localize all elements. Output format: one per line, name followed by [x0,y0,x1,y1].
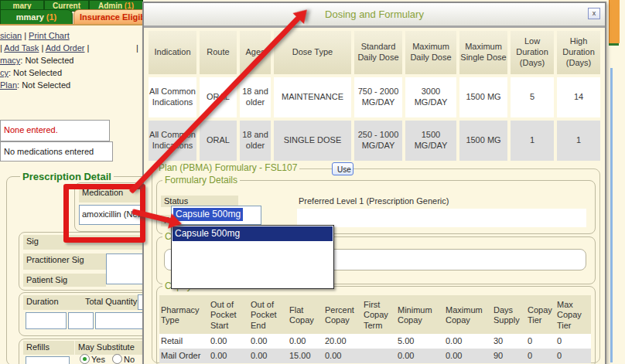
refills-input[interactable] [26,356,70,364]
copay-cell: 0.00 [209,334,249,349]
copay-cell: 0.00 [444,334,492,349]
yes-radio[interactable] [80,354,90,364]
status-value: Preferred Level 1 (Prescription Generic) [299,196,449,206]
copay-header: Flat Copay [288,295,323,334]
dosing-cell: All Common Indications [149,77,196,117]
copay-cell: Mail Order [159,349,209,363]
copay-cell: 0.00 [209,349,249,363]
tab-label: mmary [16,12,44,22]
duration-input[interactable] [26,312,67,329]
copay-cell: 5.00 [396,334,444,349]
dose-form-select[interactable]: Capsule 500mg [171,206,261,225]
dosing-cell: SINGLE DOSE [274,121,351,161]
duration-label: Duration [23,295,82,310]
plan-value: : Not Selected [17,80,70,90]
copay-table: Pharmacy Type Out of Pocket Start Out of… [159,295,591,363]
right-orange-block [609,0,620,43]
add-task-link[interactable]: Add Task [4,43,39,53]
copay-cell: 0.00 [323,349,362,363]
dosing-cell: 1 [511,121,554,161]
dosing-cell: 18 and older [240,77,271,117]
copay-header: Maximum Copay [444,295,492,334]
dosing-table: Indication Route Ages Dose Type Standard… [149,31,600,161]
plan-row: Plan: Not Selected [0,80,70,90]
refills-label: Refills [23,341,74,355]
add-order-link[interactable]: Add Order [46,43,85,53]
dose-form-dropdown-list[interactable]: Capsule 500mg [171,225,334,289]
copay-cell: 15.00 [288,349,323,363]
dosing-cell: 1500 MG/DAY [405,121,456,161]
no-label: No [124,355,135,364]
separator: | [41,43,43,53]
copay-cell [362,349,396,363]
total-quantity-label: Total Quantity [82,295,144,310]
dose-form-selected-value: Capsule 500mg [173,208,243,221]
pharmacy-row: macy: Not Selected [0,56,73,65]
copay-cell: 0 [526,349,555,363]
separator: | [87,43,90,53]
copay-cell: 20.00 [323,334,362,349]
dropdown-option[interactable]: Capsule 500mg [172,226,333,241]
link-row-2: | Add Task | Add Order | [0,43,89,53]
dosing-header: Indication [149,31,196,74]
tab-summary[interactable]: mmary (1) [0,9,73,26]
copay-header: First Copay Term [362,295,396,334]
plan-link[interactable]: Plan [0,80,17,90]
use-button[interactable]: Use [332,162,353,175]
link-row-1: sician | Print Chart [0,31,70,40]
physician-link[interactable]: sician [0,31,22,40]
dosing-header: Dose Type [274,31,351,74]
quantity-unit-input[interactable] [95,312,145,329]
copay-cell: 0.00 [396,349,444,363]
dosing-header: Maximum Daily Dose [405,31,456,74]
tab-underline [0,24,142,26]
pharmacy-value: : Not Selected [20,56,73,65]
dosing-cell: 18 and older [240,121,271,161]
dosing-header: Maximum Single Dose [459,31,507,74]
copay-header: Out of Pocket Start [209,295,249,334]
copay-header: Minimum Copay [396,295,444,334]
right-green-line [609,43,619,46]
dosing-header: Standard Daily Dose [354,31,402,74]
dosing-cell: 1500 MG [459,121,507,161]
copay-cell: 0.00 [249,349,288,363]
page-scrollbar[interactable] [610,68,613,362]
yes-label: Yes [91,355,105,364]
total-quantity-input[interactable] [68,312,94,329]
copay-header: Out of Pocket End [249,295,288,334]
dosing-cell: 3000 MG/DAY [405,77,456,117]
copay-header: Max Copay Tier [555,295,591,334]
dosing-cell: ORAL [200,121,237,161]
no-radio[interactable] [112,354,122,364]
screen: mary Current Admin (1) mmary (1) Insuran… [0,0,625,364]
copay-header: Copay Tier [526,295,555,334]
agency-value: : Not Selected [9,68,62,77]
dosing-cell: 1 [557,121,600,161]
dosing-cell: 5 [511,77,554,117]
copay-cell: 0.00 [444,349,492,363]
copay-cell: 0 [555,334,591,349]
separator: | [136,43,138,53]
may-substitute-radios: Yes No [80,354,135,364]
patient-sig-label: Patient Sig [23,274,106,287]
separator: | [0,43,2,53]
copay-cell: 30 [492,334,526,349]
dosing-cell: 250 - 1000 MG/DAY [354,121,402,161]
print-chart-link[interactable]: Print Chart [29,31,70,40]
dialog-title: Dosing and Formulary [144,9,605,20]
may-substitute-label: May Substitute [75,341,145,355]
pharmacy-link[interactable]: macy [0,56,20,65]
prescription-detail-legend: Prescription Detail [20,171,114,182]
dosing-cell: 750 - 2000 MG/DAY [354,77,402,117]
allergies-alert: None entered. [0,120,110,141]
formulary-details-legend: Formulary Details [162,175,240,185]
copay-cell: Retail [159,334,209,349]
practitioner-sig-input[interactable] [106,253,145,284]
agency-link[interactable]: cy [0,68,9,77]
close-icon[interactable]: x [588,8,600,19]
dosing-formulary-dialog: Dosing and Formulary x Indication Route … [142,2,606,364]
copay-header: Percent Copay [323,295,362,334]
dosing-header: High Duration (Days) [557,31,600,74]
copay-cell: 90 [492,349,526,363]
agency-row: cy: Not Selected [0,68,62,77]
